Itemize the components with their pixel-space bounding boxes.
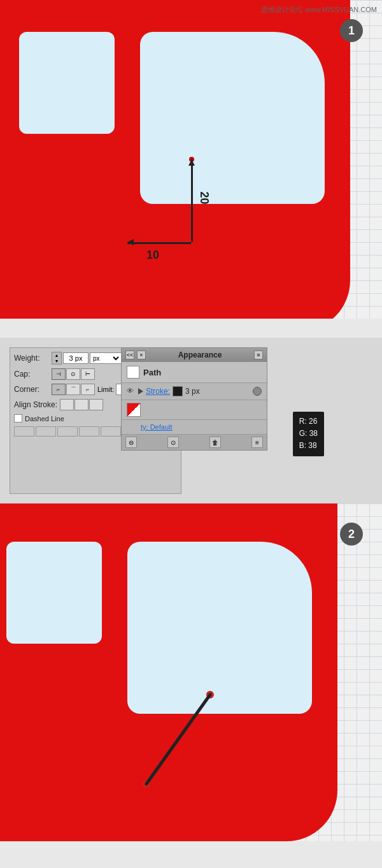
weight-label: Weight: — [14, 354, 49, 363]
corner-label: Corner: — [14, 385, 49, 394]
stroke-circle-btn[interactable] — [253, 387, 262, 396]
watermark: 思维设计论坛 www.MISSVUAN.COM — [261, 5, 377, 15]
diagonal-svg — [115, 676, 242, 803]
fill-swatch-area — [122, 400, 267, 420]
arrow-vertical-top — [191, 159, 193, 242]
expand-icon[interactable] — [138, 388, 143, 394]
path-icon — [127, 366, 139, 379]
cap-label: Cap: — [14, 370, 49, 379]
stroke-appearance-row[interactable]: 👁 Stroke: 3 px R: 26 G: 38 B: 38 — [122, 383, 267, 400]
diagonal-line-container — [115, 676, 242, 803]
panel-bottom-btn-2[interactable]: ⊙ — [167, 437, 179, 448]
dash-box-2 — [36, 426, 56, 437]
align-outside[interactable] — [89, 399, 103, 410]
corner-round[interactable]: ⌒ — [66, 384, 80, 395]
appearance-titlebar: << × Appearance ≡ — [122, 348, 267, 362]
label-20: 20 — [197, 191, 211, 204]
rgb-r: R: 26 — [299, 416, 318, 428]
step-badge-1: 1 — [340, 19, 363, 42]
panel-menu-btn[interactable]: ≡ — [254, 351, 263, 359]
corner-buttons: ⌐ ⌒ ⌐ — [52, 384, 95, 395]
section-bottom: 2 — [0, 503, 382, 860]
diagonal-line — [146, 695, 210, 784]
cap-butt[interactable]: ⊣ — [52, 368, 66, 380]
step-badge-2: 2 — [340, 523, 363, 546]
appearance-panel: << × Appearance ≡ Path 👁 Stroke: 3 px R:… — [121, 347, 267, 451]
spin-up[interactable]: ▲ — [52, 352, 61, 358]
measurement-area-top: 20 10 — [127, 159, 255, 287]
white-strip-bottom — [0, 841, 382, 860]
align-center[interactable] — [60, 399, 74, 410]
stroke-px-value: 3 px — [185, 387, 200, 396]
align-label: Align Stroke: — [14, 400, 57, 409]
window-left-top — [19, 32, 115, 134]
dash-box-3 — [57, 426, 78, 437]
white-strip-top — [0, 319, 382, 338]
section-middle: Weight: ▲ ▼ px pt Cap: ⊣ ⊙ ⊢ — [0, 338, 382, 503]
panel-bottom-btn-3[interactable]: 🗑 — [209, 437, 221, 448]
stroke-color-swatch[interactable] — [173, 386, 183, 396]
panel-bottom-btn-1[interactable]: ⊖ — [125, 437, 137, 448]
weight-unit-dropdown[interactable]: px pt — [90, 352, 122, 364]
label-10: 10 — [146, 249, 159, 262]
corner-bevel[interactable]: ⌐ — [81, 384, 95, 395]
window-left-bottom — [6, 542, 102, 644]
panel-collapse-btn[interactable]: << — [125, 351, 134, 359]
section-top: 1 20 10 — [0, 0, 382, 338]
corner-miter[interactable]: ⌐ — [52, 384, 66, 395]
dash-box-4 — [79, 426, 99, 437]
appearance-path-row: Path — [122, 362, 267, 383]
panel-left-controls: << × — [125, 351, 146, 359]
rgb-tooltip: R: 26 G: 38 B: 38 — [293, 412, 324, 456]
spin-box[interactable]: ▲ ▼ — [52, 352, 62, 365]
dashed-label: Dashed Line — [25, 415, 64, 423]
panel-bottom-btn-4[interactable]: ≡ — [251, 437, 263, 448]
dash-box-1 — [14, 426, 34, 437]
arrow-horizontal-top — [127, 242, 191, 244]
rgb-b: B: 38 — [299, 440, 318, 452]
opacity-label[interactable]: ty: Default — [141, 423, 173, 431]
path-label: Path — [143, 368, 161, 377]
dashed-checkbox[interactable] — [14, 414, 22, 423]
cap-buttons: ⊣ ⊙ ⊢ — [52, 368, 95, 380]
fill-swatch[interactable] — [127, 403, 141, 417]
stroke-link[interactable]: Stroke: — [146, 387, 170, 396]
dash-box-5 — [101, 426, 121, 437]
appearance-panel-title: Appearance — [178, 351, 222, 359]
weight-input-group: ▲ ▼ px pt — [52, 352, 122, 365]
cap-square[interactable]: ⊢ — [81, 368, 95, 380]
align-inside[interactable] — [74, 399, 88, 410]
cap-round[interactable]: ⊙ — [66, 368, 80, 380]
spin-down[interactable]: ▼ — [52, 358, 61, 364]
align-stroke-buttons — [60, 399, 103, 410]
rgb-g: G: 38 — [299, 428, 318, 440]
opacity-row: ty: Default — [122, 420, 267, 435]
panel-close-btn[interactable]: × — [137, 351, 146, 359]
limit-label: Limit: — [97, 386, 114, 393]
panel-bottom-bar: ⊖ ⊙ 🗑 ≡ — [122, 435, 267, 450]
eye-icon[interactable]: 👁 — [127, 387, 136, 396]
weight-value-input[interactable] — [63, 352, 88, 364]
